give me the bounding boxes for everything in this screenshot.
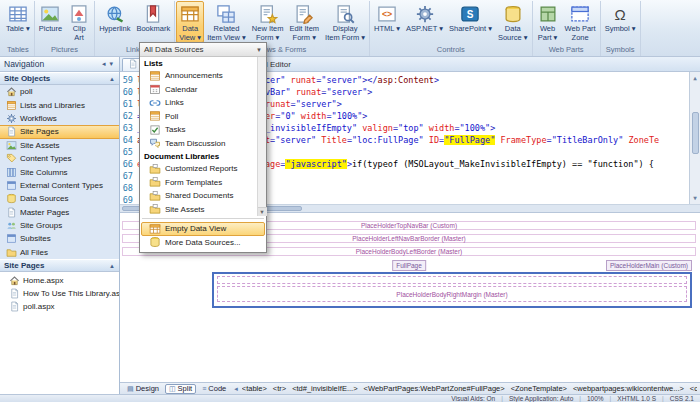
menu-item-poll[interactable]: Poll bbox=[141, 110, 256, 124]
menu-item-label: Site Assets bbox=[165, 205, 205, 214]
sidebar-item-subsites[interactable]: Subsites bbox=[0, 232, 119, 245]
sidebar-item-master-pages[interactable]: Master Pages bbox=[0, 206, 119, 219]
chevron-down-icon: ▼ bbox=[256, 47, 262, 53]
page-icon bbox=[128, 59, 138, 69]
menu-item-customized-reports[interactable]: Customized Reports bbox=[141, 162, 256, 176]
tag-path-scroll-left-icon[interactable]: ◂ bbox=[234, 385, 238, 393]
data-source-list: ListsAnnouncementsCalendarLinksPollTasks… bbox=[140, 57, 266, 216]
picture-icon bbox=[40, 4, 60, 24]
menu-item-shared-documents[interactable]: Shared Documents bbox=[141, 189, 256, 203]
collapse-nav-icon[interactable]: ◂ bbox=[100, 60, 108, 68]
scroll-up-icon[interactable]: ▲ bbox=[693, 72, 697, 84]
menu-item-site-assets[interactable]: Site Assets bbox=[141, 203, 256, 217]
menu-item-tasks[interactable]: Tasks bbox=[141, 123, 256, 137]
view-button-design[interactable]: ▤Design bbox=[123, 384, 163, 394]
sidebar-item-all-files[interactable]: All Files bbox=[0, 246, 119, 259]
ribbon-button-display-item-form[interactable]: Display Item Form ▾ bbox=[322, 1, 368, 43]
ribbon-button-symbol[interactable]: ΩSymbol ▾ bbox=[602, 1, 639, 35]
ribbon-button-related-item-view[interactable]: Related Item View ▾ bbox=[204, 1, 249, 43]
menu-item-more-data-sources[interactable]: More Data Sources... bbox=[141, 236, 265, 250]
site-objects-header-label: Site Objects bbox=[4, 74, 50, 83]
view-button-label: Design bbox=[136, 384, 159, 393]
scroll-down-icon[interactable]: ▼ bbox=[258, 207, 267, 216]
ribbon-button-data-source[interactable]: Data Source ▾ bbox=[495, 1, 531, 43]
ribbon-button-label: Table ▾ bbox=[6, 25, 30, 34]
sidebar-item-label: Master Pages bbox=[20, 208, 69, 217]
tree-item-poll-aspx[interactable]: poll.aspx bbox=[0, 300, 119, 313]
menu-item-links[interactable]: Links bbox=[141, 96, 256, 110]
ribbon-group-name: Web Parts bbox=[534, 45, 599, 56]
ribbon-group-tables: Table ▾Tables bbox=[2, 1, 35, 56]
menu-item-team-discussion[interactable]: Team Discussion bbox=[141, 137, 256, 151]
menu-item-calendar[interactable]: Calendar bbox=[141, 83, 256, 97]
list-icon bbox=[149, 70, 161, 82]
ribbon-button-sharepoint[interactable]: SSharePoint ▾ bbox=[446, 1, 495, 35]
ribbon-button-table[interactable]: Table ▾ bbox=[3, 1, 33, 35]
dataview-icon bbox=[180, 4, 200, 24]
sidebar-item-site-columns[interactable]: Site Columns bbox=[0, 165, 119, 178]
tree-item-home-aspx[interactable]: Home.aspx bbox=[0, 274, 119, 287]
view-button-split[interactable]: ◫Split bbox=[165, 384, 196, 394]
selected-webpart-zone[interactable]: PlaceHolderBodyRightMargin (Master) bbox=[212, 272, 692, 308]
tag-path-item[interactable]: <webpartpages:wikicontentwe...> bbox=[573, 384, 684, 393]
site-objects-header[interactable]: Site Objects ▲ bbox=[0, 72, 119, 85]
data-source-filter-combobox[interactable]: All Data Sources ▼ bbox=[140, 43, 266, 57]
site-pages-header[interactable]: Site Pages ▲ bbox=[0, 259, 119, 272]
design-placeholder-label: PlaceHolderTopNavBar (Custom) bbox=[358, 222, 460, 229]
tag-path-item[interactable]: <ZoneTemplate> bbox=[511, 384, 567, 393]
ribbon-button-clip-art[interactable]: Clip Art bbox=[65, 1, 93, 43]
editform-icon bbox=[294, 4, 314, 24]
menu-item-announcements[interactable]: Announcements bbox=[141, 69, 256, 83]
link-icon bbox=[149, 97, 161, 109]
sidebar-item-workflows[interactable]: Workflows bbox=[0, 112, 119, 125]
ribbon-button-picture[interactable]: Picture bbox=[36, 1, 65, 35]
svg-text:S: S bbox=[467, 9, 474, 20]
sidebar-item-content-types[interactable]: Content Types bbox=[0, 152, 119, 165]
ribbon-button-hyperlink[interactable]: Hyperlink bbox=[96, 1, 133, 35]
status-divider: | bbox=[501, 395, 503, 402]
view-button-code[interactable]: ≡Code bbox=[198, 384, 230, 394]
tag-path-item[interactable]: <tr> bbox=[273, 384, 286, 393]
tag-path-item[interactable]: <td#_invisibleIfE...> bbox=[292, 384, 357, 393]
home-icon bbox=[9, 275, 20, 286]
menu-item-empty-data-view[interactable]: Empty Data View bbox=[141, 222, 265, 236]
scrollbar-thumb[interactable] bbox=[692, 112, 699, 154]
line-number: 61 bbox=[120, 98, 133, 110]
ribbon-button-label: Bookmark bbox=[136, 25, 170, 34]
sidebar-item-poll[interactable]: poll bbox=[0, 85, 119, 98]
webpart-inner-region[interactable] bbox=[217, 276, 687, 284]
menu-scrollbar[interactable]: ▼ bbox=[257, 57, 266, 216]
webpart-inner-region[interactable]: PlaceHolderBodyRightMargin (Master) bbox=[217, 286, 687, 302]
line-number: 69 bbox=[120, 194, 133, 205]
ribbon-button-web-part-zone[interactable]: Web Part Zone bbox=[562, 1, 599, 43]
data-view-dropdown-menu: All Data Sources ▼ ListsAnnouncementsCal… bbox=[139, 42, 267, 253]
ribbon-button-asp-net[interactable]: ASP.NET ▾ bbox=[403, 1, 446, 35]
ribbon-group-pictures: PictureClip ArtPictures bbox=[35, 1, 95, 56]
status-bar: Visual Aids: On|Style Application: Auto|… bbox=[0, 394, 700, 402]
ribbon-button-data-view[interactable]: Data View ▾ bbox=[176, 1, 204, 43]
tag-path-item[interactable]: <WebPartPages:WebPartZone#FullPage> bbox=[364, 384, 505, 393]
tree-item-how-to-use-this-library-aspx[interactable]: How To Use This Library.aspx bbox=[0, 287, 119, 300]
sidebar-item-label: Site Columns bbox=[20, 168, 68, 177]
sidebar-item-site-pages[interactable]: Site Pages bbox=[0, 125, 119, 138]
ribbon-button-web-part[interactable]: Web Part ▾ bbox=[534, 1, 562, 43]
tag-path-item[interactable]: <table> bbox=[242, 384, 267, 393]
design-main-tab[interactable]: PlaceHolderMain (Custom) bbox=[606, 260, 692, 271]
ribbon-button-new-item-form[interactable]: New Item Form ▾ bbox=[249, 1, 287, 43]
code-vertical-scrollbar[interactable]: ▲ ▼ bbox=[689, 72, 700, 204]
sidebar-item-data-sources[interactable]: Data Sources bbox=[0, 192, 119, 205]
tag-path-item[interactable]: <content> bbox=[690, 384, 697, 393]
ribbon-button-bookmark[interactable]: Bookmark bbox=[133, 1, 173, 35]
sidebar-item-external-content-types[interactable]: External Content Types bbox=[0, 179, 119, 192]
scroll-down-icon[interactable]: ▼ bbox=[693, 192, 697, 204]
sidebar-item-lists-and-libraries[interactable]: Lists and Libraries bbox=[0, 98, 119, 111]
ribbon-button-label: Web Part ▾ bbox=[538, 25, 558, 42]
sidebar-item-site-assets[interactable]: Site Assets bbox=[0, 139, 119, 152]
ribbon-button-html[interactable]: <>HTML ▾ bbox=[371, 1, 403, 35]
design-zone-tab[interactable]: FullPage bbox=[392, 260, 426, 271]
nav-menu-icon[interactable]: ▾ bbox=[107, 60, 115, 68]
sidebar-item-site-groups[interactable]: Site Groups bbox=[0, 219, 119, 232]
ribbon-button-edit-item-form[interactable]: Edit Item Form ▾ bbox=[286, 1, 322, 43]
menu-item-form-templates[interactable]: Form Templates bbox=[141, 176, 256, 190]
sidebar-item-label: Site Groups bbox=[20, 221, 62, 230]
